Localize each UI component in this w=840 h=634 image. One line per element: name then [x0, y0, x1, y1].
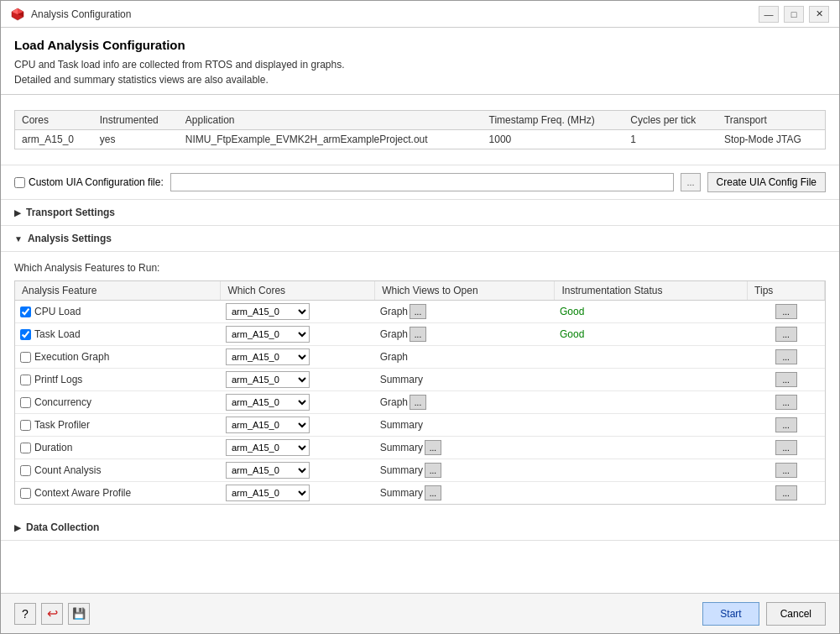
- feature-checkbox-label-8[interactable]: Context Aware Profile: [20, 487, 216, 499]
- core-select-1[interactable]: arm_A15_0: [226, 326, 310, 343]
- data-collection-arrow-icon: ▶: [14, 523, 21, 532]
- feature-row-7: Count Analysisarm_A15_0Summary......: [15, 459, 825, 482]
- core-select-2[interactable]: arm_A15_0: [226, 348, 310, 365]
- views-browse-button-6[interactable]: ...: [425, 440, 441, 455]
- help-button[interactable]: ?: [14, 603, 36, 625]
- col-application: Application: [179, 111, 483, 130]
- feature-checkbox-3[interactable]: [20, 375, 31, 385]
- view-text-5: Summary: [380, 419, 423, 431]
- feature-checkbox-2[interactable]: [20, 352, 31, 363]
- views-cell-5: Summary: [380, 419, 550, 431]
- views-cell-3: Summary: [380, 374, 550, 385]
- features-table: Analysis Feature Which Cores Which Views…: [15, 281, 825, 504]
- feature-checkbox-1[interactable]: [20, 329, 31, 340]
- col-feature: Analysis Feature: [15, 281, 221, 301]
- title-bar-left: Analysis Configuration: [11, 8, 131, 21]
- core-select-5[interactable]: arm_A15_0: [226, 417, 310, 433]
- core-select-4[interactable]: arm_A15_0: [226, 394, 310, 411]
- col-transport: Transport: [717, 111, 826, 130]
- views-cell-4: Graph...: [380, 395, 550, 410]
- feature-row-2: Execution Grapharm_A15_0Graph...: [15, 346, 825, 369]
- feature-name-8: Context Aware Profile: [34, 487, 131, 499]
- app-icon: [11, 8, 24, 21]
- feature-row-5: Task Profilerarm_A15_0Summary...: [15, 414, 825, 437]
- feature-row-6: Durationarm_A15_0Summary......: [15, 437, 825, 459]
- feature-checkbox-label-0[interactable]: CPU Load: [20, 306, 216, 317]
- feature-checkbox-label-6[interactable]: Duration: [20, 442, 216, 453]
- core-select-3[interactable]: arm_A15_0: [226, 371, 310, 388]
- custom-uia-row: Custom UIA Configuration file: ... Creat…: [1, 165, 839, 200]
- feature-checkbox-label-3[interactable]: Printf Logs: [20, 374, 216, 385]
- feature-checkbox-5[interactable]: [20, 420, 31, 431]
- minimize-button[interactable]: —: [759, 6, 779, 23]
- maximize-button[interactable]: □: [784, 6, 804, 23]
- start-button[interactable]: Start: [702, 602, 759, 626]
- page-header: Load Analysis Configuration CPU and Task…: [1, 28, 839, 95]
- core-select-6[interactable]: arm_A15_0: [226, 439, 310, 456]
- views-browse-button-0[interactable]: ...: [410, 304, 426, 319]
- col-tips: Tips: [748, 281, 825, 301]
- custom-uia-checkbox-label[interactable]: Custom UIA Configuration file:: [14, 176, 164, 188]
- feature-name-1: Task Load: [34, 328, 81, 340]
- core-select-0[interactable]: arm_A15_0: [226, 303, 310, 320]
- feature-checkbox-label-7[interactable]: Count Analysis: [20, 464, 216, 476]
- custom-uia-input[interactable]: [170, 173, 675, 191]
- col-which-cores: Which Cores: [221, 281, 375, 301]
- views-browse-button-7[interactable]: ...: [425, 463, 441, 478]
- cancel-button[interactable]: Cancel: [766, 602, 826, 626]
- feature-checkbox-label-2[interactable]: Execution Graph: [20, 351, 216, 363]
- tips-button-4[interactable]: ...: [775, 395, 797, 410]
- feature-checkbox-6[interactable]: [20, 443, 31, 453]
- tips-button-3[interactable]: ...: [775, 372, 797, 387]
- cell-core: arm_A15_0: [15, 130, 93, 149]
- tips-button-0[interactable]: ...: [775, 304, 797, 319]
- save-button[interactable]: 💾: [68, 603, 90, 625]
- back-icon: ↩: [47, 605, 58, 621]
- transport-settings-header[interactable]: ▶ Transport Settings: [1, 200, 839, 226]
- tips-button-5[interactable]: ...: [775, 417, 797, 432]
- tips-button-8[interactable]: ...: [775, 485, 797, 500]
- views-cell-6: Summary...: [380, 440, 550, 455]
- views-browse-button-8[interactable]: ...: [425, 485, 441, 500]
- custom-uia-checkbox[interactable]: [14, 177, 25, 188]
- view-text-1: Graph: [380, 328, 408, 340]
- view-text-6: Summary: [380, 442, 423, 453]
- tips-button-2[interactable]: ...: [775, 349, 797, 364]
- analysis-settings-label: Analysis Settings: [28, 233, 112, 244]
- create-uia-config-button[interactable]: Create UIA Config File: [707, 172, 826, 192]
- col-views: Which Views to Open: [375, 281, 555, 301]
- cores-table: Cores Instrumented Application Timestamp…: [14, 110, 826, 149]
- page-title: Load Analysis Configuration: [14, 38, 826, 52]
- custom-uia-browse-button[interactable]: ...: [681, 173, 700, 191]
- view-text-0: Graph: [380, 306, 408, 317]
- feature-checkbox-4[interactable]: [20, 397, 31, 408]
- feature-checkbox-8[interactable]: [20, 488, 31, 499]
- transport-settings-label: Transport Settings: [26, 207, 115, 218]
- tips-button-6[interactable]: ...: [775, 440, 797, 455]
- views-cell-8: Summary...: [380, 485, 550, 500]
- views-browse-button-1[interactable]: ...: [410, 327, 426, 342]
- tips-button-7[interactable]: ...: [775, 463, 797, 478]
- analysis-settings-header[interactable]: ▼ Analysis Settings: [1, 226, 839, 252]
- close-button[interactable]: ✕: [809, 6, 829, 23]
- title-controls: — □ ✕: [759, 6, 829, 23]
- data-collection-header[interactable]: ▶ Data Collection: [1, 515, 839, 541]
- cores-section: Cores Instrumented Application Timestamp…: [1, 95, 839, 165]
- feature-checkbox-label-4[interactable]: Concurrency: [20, 396, 216, 408]
- core-select-7[interactable]: arm_A15_0: [226, 462, 310, 479]
- feature-row-1: Task Loadarm_A15_0Graph...Good...: [15, 323, 825, 346]
- feature-row-3: Printf Logsarm_A15_0Summary...: [15, 369, 825, 391]
- feature-checkbox-0[interactable]: [20, 307, 31, 317]
- cell-instrumented: yes: [93, 130, 179, 149]
- back-button[interactable]: ↩: [41, 603, 63, 625]
- feature-checkbox-7[interactable]: [20, 465, 31, 476]
- feature-checkbox-label-5[interactable]: Task Profiler: [20, 419, 216, 431]
- view-text-7: Summary: [380, 464, 423, 476]
- feature-checkbox-label-1[interactable]: Task Load: [20, 328, 216, 340]
- tips-button-1[interactable]: ...: [775, 327, 797, 342]
- views-browse-button-4[interactable]: ...: [410, 395, 426, 410]
- feature-row-8: Context Aware Profilearm_A15_0Summary...…: [15, 482, 825, 505]
- bottom-left-buttons: ? ↩ 💾: [14, 603, 90, 625]
- core-select-8[interactable]: arm_A15_0: [226, 485, 310, 501]
- feature-name-3: Printf Logs: [34, 374, 82, 385]
